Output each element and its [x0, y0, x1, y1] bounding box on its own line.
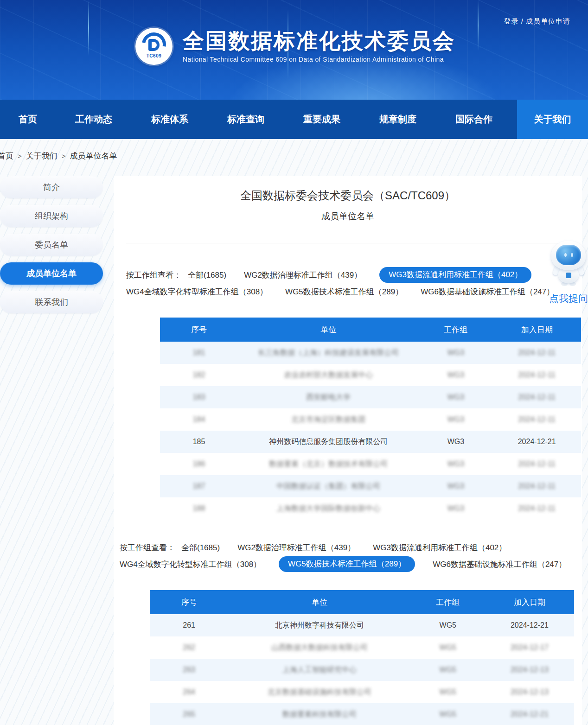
breadcrumb-separator: >: [18, 152, 22, 160]
robot-mascot-icon[interactable]: [550, 241, 587, 286]
filter-group-wg3: 按工作组查看： 全部(1685) WG2数据治理标准工作组（439） WG3数据…: [126, 267, 582, 300]
table-row: 183 西安邮电大学 WG3 2024-12-11: [160, 386, 581, 408]
cell-group: WG5: [411, 666, 485, 674]
filter-wg5[interactable]: WG5数据技术标准工作组（289）: [285, 286, 403, 297]
cell-no: 263: [150, 666, 228, 674]
col-header-no: 序号: [160, 324, 238, 335]
robot-face-screen: [556, 245, 581, 265]
filter-wg4[interactable]: WG4全域数字化转型标准工作组（308）: [126, 286, 268, 297]
cell-no: 264: [150, 688, 228, 696]
main-content-card: 全国数据标委会技术委员会（SAC/TC609） 成员单位名单 按工作组查看： 全…: [114, 176, 582, 725]
cell-no: 184: [160, 415, 238, 424]
col-header-no: 序号: [150, 597, 228, 608]
table-row: 188 上海数据大学国际数据创新中心 WG3 2024-12-11: [160, 497, 581, 520]
cell-unit: 上海数据大学国际数据创新中心: [238, 504, 419, 514]
cell-unit: 北京神州数字科技有限公司: [228, 621, 410, 630]
sidebar-item-member-units[interactable]: 成员单位名单: [0, 262, 103, 285]
sidebar-item-committee-list[interactable]: 委员名单: [0, 234, 103, 256]
cell-group: WG3: [419, 504, 492, 513]
cell-group: WG3: [419, 482, 492, 490]
cell-no: 265: [150, 710, 228, 719]
cell-date: 2024-12-13: [485, 666, 574, 674]
cell-group: WG5: [411, 621, 485, 630]
nav-item-work-news[interactable]: 工作动态: [56, 100, 132, 139]
filter-wg6[interactable]: WG6数据基础设施标准工作组（247）: [433, 559, 566, 570]
col-header-date: 加入日期: [485, 597, 574, 608]
cell-no: 185: [160, 438, 238, 446]
member-table-wg3: 序号 单位 工作组 加入日期 181 长三角数据（上海）科技建设发展有限公司 W…: [160, 318, 581, 520]
cell-unit: 西安邮电大学: [238, 393, 419, 402]
nav-item-home[interactable]: 首页: [0, 100, 56, 139]
tc609-logo-icon: TC609: [135, 28, 173, 65]
cell-date: 2024-12-11: [492, 415, 581, 424]
sidebar-item-contact[interactable]: 联系我们: [0, 291, 103, 313]
filter-row: 按工作组查看： 全部(1685) WG2数据治理标准工作组（439） WG3数据…: [120, 539, 582, 556]
cell-date: 2024-12-17: [485, 643, 574, 652]
sidebar-item-intro[interactable]: 简介: [0, 176, 103, 198]
nav-item-achievements[interactable]: 重要成果: [284, 100, 360, 139]
filter-wg2[interactable]: WG2数据治理标准工作组（439）: [237, 542, 355, 553]
cell-no: 262: [150, 643, 228, 652]
filter-label: 按工作组查看：: [120, 542, 175, 553]
chat-assistant[interactable]: 点我提问: [549, 241, 588, 305]
filter-wg6[interactable]: WG6数据基础设施标准工作组（247）: [421, 286, 554, 297]
cell-unit: 上海人工智能研究中心: [228, 665, 410, 675]
breadcrumb-separator: >: [62, 152, 66, 160]
cell-unit: 北京市海淀区数据集团: [238, 415, 419, 425]
cell-group: WG3: [419, 349, 492, 357]
site-title: 全国数据标准化技术委员会: [183, 28, 455, 54]
filter-group-wg5: 按工作组查看： 全部(1685) WG2数据治理标准工作组（439） WG3数据…: [120, 539, 582, 572]
col-header-unit: 单位: [228, 597, 410, 608]
breadcrumb-about[interactable]: 关于我们: [26, 151, 58, 161]
table-header-row: 序号 单位 工作组 加入日期: [160, 318, 581, 342]
cell-no: 186: [160, 460, 238, 468]
filter-row: WG4全域数字化转型标准工作组（308） WG5数据技术标准工作组（289） W…: [120, 556, 582, 572]
banner-beam: [88, 0, 89, 56]
sidebar-item-org-structure[interactable]: 组织架构: [0, 205, 103, 227]
robot-eye: [571, 253, 573, 257]
nav-item-regulations[interactable]: 规章制度: [360, 100, 436, 139]
cell-unit: 农业农村部大数据发展中心: [238, 370, 419, 380]
nav-item-standard-system[interactable]: 标准体系: [132, 100, 208, 139]
cell-group: WG5: [411, 710, 485, 719]
page-subtitle: 成员单位名单: [114, 210, 582, 223]
cell-group: WG3: [419, 438, 492, 446]
ask-me-label[interactable]: 点我提问: [549, 292, 588, 305]
cell-date: 2024-12-11: [492, 460, 581, 468]
filter-all[interactable]: 全部(1685): [181, 542, 220, 553]
col-header-group: 工作组: [411, 597, 485, 608]
filter-wg3[interactable]: WG3数据流通利用标准工作组（402）: [373, 542, 506, 553]
table-row: 265 数据要素科技有限公司 WG5 2024-12-21: [150, 703, 574, 725]
filter-wg3-active[interactable]: WG3数据流通利用标准工作组（402）: [379, 267, 531, 283]
cell-group: WG3: [419, 415, 492, 424]
nav-item-about-us[interactable]: 关于我们: [517, 100, 588, 139]
login-link[interactable]: 登录 / 成员单位申请: [504, 17, 570, 26]
breadcrumb: 首页 > 关于我们 > 成员单位名单: [0, 151, 117, 161]
breadcrumb-member-list[interactable]: 成员单位名单: [70, 151, 117, 161]
brand-text: 全国数据标准化技术委员会 National Technical Committe…: [183, 28, 455, 63]
cell-unit: 北京数据基础设施科技有限公司: [228, 687, 410, 697]
robot-head: [551, 241, 586, 270]
table-header-row: 序号 单位 工作组 加入日期: [150, 590, 574, 614]
cell-group: WG3: [419, 460, 492, 468]
cell-date: 2024-12-21: [485, 710, 574, 719]
table-row: 264 北京数据基础设施科技有限公司 WG5 2024-12-13: [150, 681, 574, 703]
page-title: 全国数据标委会技术委员会（SAC/TC609）: [114, 188, 582, 203]
filter-all[interactable]: 全部(1685): [188, 270, 226, 280]
nav-item-standard-search[interactable]: 标准查询: [208, 100, 284, 139]
filter-wg4[interactable]: WG4全域数字化转型标准工作组（308）: [120, 559, 261, 570]
col-header-group: 工作组: [419, 324, 492, 335]
nav-item-international[interactable]: 国际合作: [436, 100, 512, 139]
robot-belly-badge: [566, 273, 571, 278]
cell-date: 2024-12-11: [492, 504, 581, 513]
cell-date: 2024-12-11: [492, 371, 581, 379]
col-header-unit: 单位: [238, 324, 419, 335]
cell-unit: 山西数据大数据科技有限公司: [228, 643, 410, 653]
cell-no: 181: [160, 349, 238, 357]
filter-wg2[interactable]: WG2数据治理标准工作组（439）: [244, 270, 362, 280]
cell-unit: 神州数码信息服务集团股份有限公司: [238, 437, 419, 447]
brand: TC609 全国数据标准化技术委员会 National Technical Co…: [135, 28, 455, 65]
cell-unit: 中国数据认证（集团）有限公司: [238, 482, 419, 491]
breadcrumb-home[interactable]: 首页: [0, 151, 13, 161]
filter-wg5-active[interactable]: WG5数据技术标准工作组（289）: [279, 556, 415, 572]
